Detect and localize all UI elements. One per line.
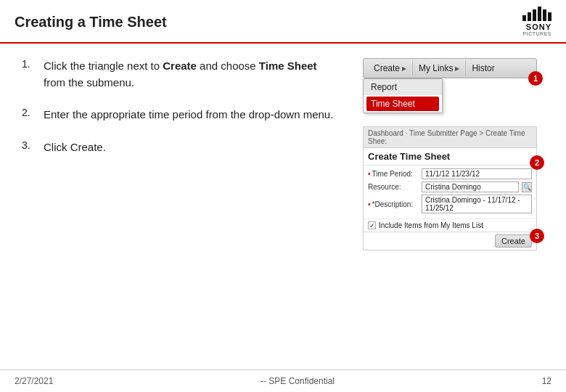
screenshot-form: Dashboard · Time Submitter Page > Create… [363,126,537,250]
step-2-text: Enter the appropriate time period from t… [44,107,333,123]
form-checkbox-row: ✓ Include Items from My Items List [364,219,536,232]
logo-text: SONY [526,23,551,31]
step-3-number: 3. [22,139,36,156]
form-panel: Dashboard · Time Submitter Page > Create… [363,126,537,250]
resource-value[interactable]: Cristina Domingo [422,181,519,192]
form-row-resource: Resource: Cristina Domingo 🔍 [368,181,532,192]
create-triangle-icon: ▶ [402,65,406,72]
create-button[interactable]: Create [495,234,532,248]
badge-1: 1 [528,71,543,86]
menu-bar: Create ▶ My Links ▶ Histor [363,58,537,78]
logo-bar [522,15,526,21]
form-fields: Time Period: 11/1/12 11/23/12 Resource: … [364,166,536,219]
footer-center: -- SPE Confidential [261,376,335,386]
form-row-description: *Description: Cristina Domingo - 11/17/1… [368,195,532,213]
form-row-timeperiod: Time Period: 11/1/12 11/23/12 [368,168,532,179]
dropdown-timesheet[interactable]: Time Sheet [366,97,439,111]
badge-3: 3 [530,229,544,243]
step-2: 2. Enter the appropriate time period fro… [22,107,341,123]
mylinks-triangle-icon: ▶ [455,65,459,72]
footer-date: 2/27/2021 [15,376,53,386]
badge-2: 2 [530,155,544,170]
logo-bar [538,7,541,21]
resource-label: Resource: [368,183,419,191]
form-breadcrumb: Dashboard · Time Submitter Page > Create… [364,127,536,148]
logo-bars [522,7,551,21]
instructions: 1. Click the triangle next to Create and… [22,58,341,250]
menu-item-history[interactable]: Histor [466,61,500,75]
page-header: Creating a Time Sheet SONY PICTURES [0,0,566,44]
step-3: 3. Click Create. [22,139,341,156]
timeperiod-value[interactable]: 11/1/12 11/23/12 [422,168,532,179]
form-title: Create Time Sheet [364,148,536,166]
logo-bar [543,9,546,21]
logo-bar [533,9,536,21]
logo-bar [528,12,531,21]
step-1-number: 1. [22,58,36,91]
step-3-text: Click Create. [44,139,106,156]
screenshots-column: Create ▶ My Links ▶ Histor Report Time S… [356,58,544,250]
logo-subtext: PICTURES [523,31,551,36]
form-footer: Create [364,232,536,250]
menu-item-create[interactable]: Create ▶ [368,61,413,75]
description-label: *Description: [368,200,419,208]
sony-logo: SONY PICTURES [508,7,551,36]
main-content: 1. Click the triangle next to Create and… [0,44,566,258]
history-label: Histor [472,63,494,73]
resource-picker-icon[interactable]: 🔍 [522,182,532,192]
step-2-number: 2. [22,107,36,123]
create-label: Create [374,63,400,73]
footer-page: 12 [542,376,551,386]
create-dropdown: Report Time Sheet [363,78,443,113]
step-1-text: Click the triangle next to Create and ch… [44,58,341,91]
checkbox-label: Include Items from My Items List [379,221,483,229]
logo-bar [548,12,551,21]
mylinks-label: My Links [419,63,453,73]
menu-item-mylinks[interactable]: My Links ▶ [413,61,466,75]
include-items-checkbox[interactable]: ✓ [368,221,376,229]
page-footer: 2/27/2021 -- SPE Confidential 12 [0,369,566,392]
dropdown-report[interactable]: Report [364,79,442,95]
screenshot-menu: Create ▶ My Links ▶ Histor Report Time S… [363,58,537,78]
timeperiod-label: Time Period: [368,170,419,178]
step-1: 1. Click the triangle next to Create and… [22,58,341,91]
page-title: Creating a Time Sheet [15,14,167,30]
description-value[interactable]: Cristina Domingo - 11/17/12 - 11/25/12 [422,195,532,213]
